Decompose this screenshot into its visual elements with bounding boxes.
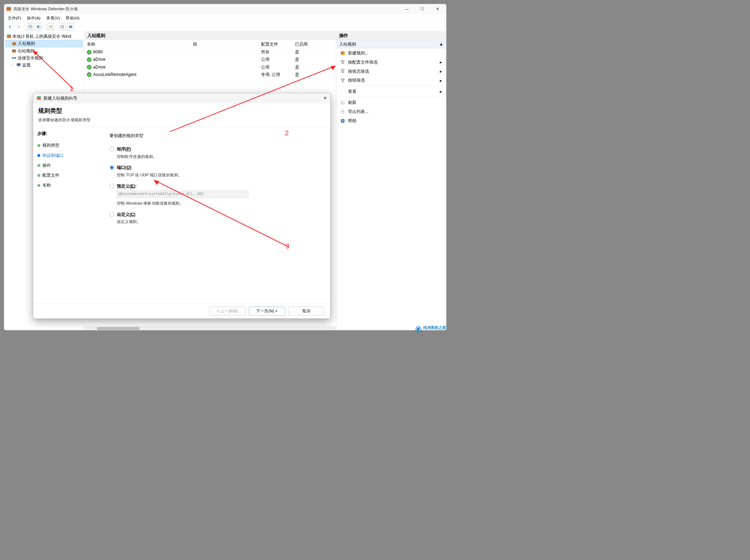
maximize-button[interactable]: ☐ bbox=[418, 5, 427, 13]
svg-rect-3 bbox=[29, 25, 32, 28]
col-name[interactable]: 名称 bbox=[87, 41, 193, 47]
action-help[interactable]: ? 帮助 bbox=[336, 116, 446, 125]
col-group[interactable]: 组 bbox=[193, 41, 261, 47]
svg-marker-24 bbox=[343, 100, 344, 101]
svg-rect-4 bbox=[29, 26, 31, 26]
inbound-icon bbox=[12, 41, 17, 46]
menu-view[interactable]: 查看(V) bbox=[46, 16, 60, 21]
close-button[interactable]: ✕ bbox=[433, 5, 442, 13]
titlebar: 高级安全 Windows Defender 防火墙 — ☐ ✕ bbox=[4, 4, 446, 14]
svg-rect-29 bbox=[37, 97, 41, 100]
toolbar-button-4[interactable] bbox=[59, 23, 66, 30]
action-filter-profile[interactable]: 按配置文件筛选▶ bbox=[336, 58, 446, 67]
tree-inbound-rules[interactable]: 入站规则 bbox=[5, 40, 83, 47]
firewall-icon bbox=[7, 34, 11, 39]
action-export[interactable]: 导出列表... bbox=[336, 107, 446, 116]
filter-icon bbox=[340, 78, 345, 83]
table-row[interactable]: ✓aDrive公用是 bbox=[84, 63, 336, 71]
svg-rect-11 bbox=[7, 35, 11, 38]
wizard-dialog: 新建入站规则向导 ✕ 规则类型 选择要创建的防火墙规则类型 步骤: 规则类型 协… bbox=[33, 93, 331, 319]
menu-help[interactable]: 帮助(H) bbox=[66, 16, 79, 21]
table-row[interactable]: ✓8080所有是 bbox=[84, 48, 336, 56]
filter-icon bbox=[340, 60, 345, 64]
option-port[interactable]: 端口(O) bbox=[110, 165, 322, 170]
allow-icon: ✓ bbox=[87, 57, 91, 62]
toolbar-button-2[interactable] bbox=[35, 23, 42, 30]
wizard-footer: < 上一步(B) 下一页(N) > 取消 bbox=[33, 303, 330, 318]
option-predefined[interactable]: 预定义(E): bbox=[110, 183, 322, 189]
wizard-steps: 步骤: 规则类型 协议和端口 操作 配置文件 名称 bbox=[33, 127, 101, 303]
watermark-logo-icon bbox=[415, 326, 421, 332]
menu-file[interactable]: 文件(F) bbox=[8, 16, 21, 21]
tree-root[interactable]: 本地计算机 上的高级安全 Wind bbox=[5, 33, 83, 40]
new-rule-icon bbox=[340, 51, 345, 55]
annotation-number-2: 2 bbox=[285, 129, 289, 137]
svg-rect-20 bbox=[17, 63, 20, 66]
action-new-rule[interactable]: 新建规则... bbox=[336, 48, 446, 58]
step-action[interactable]: 操作 bbox=[37, 160, 97, 170]
menu-action[interactable]: 操作(A) bbox=[27, 16, 40, 21]
wizard-subheading: 选择要创建的防火墙规则类型 bbox=[38, 117, 325, 123]
actions-group[interactable]: 入站规则 ▲ bbox=[336, 40, 446, 48]
svg-rect-12 bbox=[7, 35, 11, 36]
expander-icon[interactable]: › bbox=[12, 63, 15, 67]
help-icon: ? bbox=[340, 118, 345, 123]
svg-rect-19 bbox=[13, 58, 14, 58]
forward-button[interactable] bbox=[15, 23, 22, 30]
toolbar-button-5[interactable] bbox=[67, 23, 74, 30]
wizard-close-button[interactable]: ✕ bbox=[323, 95, 327, 101]
action-view[interactable]: 查看▶ bbox=[336, 87, 446, 96]
allow-icon: ✓ bbox=[87, 50, 91, 54]
actions-panel: 操作 入站规则 ▲ 新建规则... 按配置文件筛选▶ 按状态筛选▶ 按组筛选▶ bbox=[336, 31, 447, 330]
step-name[interactable]: 名称 bbox=[37, 180, 97, 190]
toolbar bbox=[4, 22, 446, 31]
next-button[interactable]: 下一页(N) > bbox=[249, 307, 285, 316]
svg-rect-21 bbox=[18, 66, 19, 66]
wizard-title: 新建入站规则向导 bbox=[43, 95, 323, 101]
table-row[interactable]: ✓AsusLinkRemoteAgent专用, 公用是 bbox=[84, 71, 336, 78]
option-program[interactable]: 程序(P) bbox=[110, 146, 322, 152]
svg-rect-18 bbox=[14, 57, 16, 59]
option-custom[interactable]: 自定义(C) bbox=[110, 212, 322, 217]
actions-header: 操作 bbox=[336, 31, 446, 40]
watermark: 纯净系统之家 kzmyhome.com bbox=[415, 325, 446, 334]
action-filter-group[interactable]: 按组筛选▶ bbox=[336, 76, 446, 85]
toolbar-button-3[interactable] bbox=[47, 23, 54, 30]
svg-marker-26 bbox=[343, 111, 344, 112]
col-enabled[interactable]: 已启用 bbox=[295, 41, 320, 47]
wizard-question: 要创建的规则类型 bbox=[110, 133, 322, 138]
toolbar-button-1[interactable] bbox=[27, 23, 34, 30]
wizard-titlebar: 新建入站规则向导 ✕ bbox=[33, 93, 330, 104]
step-rule-type[interactable]: 规则类型 bbox=[37, 140, 97, 150]
step-profile[interactable]: 配置文件 bbox=[37, 170, 97, 180]
connection-icon bbox=[12, 55, 16, 60]
svg-rect-2 bbox=[7, 7, 11, 8]
action-filter-state[interactable]: 按状态筛选▶ bbox=[336, 67, 446, 76]
back-button[interactable]: < 上一步(B) bbox=[209, 307, 246, 316]
step-protocol-port[interactable]: 协议和端口 bbox=[37, 151, 97, 160]
col-profile[interactable]: 配置文件 bbox=[261, 41, 295, 47]
menubar: 文件(F) 操作(A) 查看(V) 帮助(H) bbox=[4, 14, 446, 22]
wizard-main: 要创建的规则类型 程序(P) 控制程序连接的规则。 端口(O) 控制 TCP 或… bbox=[101, 127, 330, 303]
predefined-dropdown[interactable]: @%systemroot%\system32\provsvc.dll,-202 bbox=[117, 191, 249, 198]
wizard-heading: 规则类型 bbox=[38, 107, 325, 115]
wizard-header: 规则类型 选择要创建的防火墙规则类型 bbox=[33, 104, 330, 127]
tree-monitor[interactable]: › 监视 bbox=[5, 61, 83, 69]
table-row[interactable]: ✓aDrive公用是 bbox=[84, 56, 336, 63]
collapse-icon: ▲ bbox=[439, 42, 443, 47]
back-button[interactable] bbox=[7, 23, 14, 30]
minimize-button[interactable]: — bbox=[402, 5, 411, 13]
allow-icon: ✓ bbox=[87, 72, 91, 77]
export-icon bbox=[340, 109, 345, 114]
svg-rect-6 bbox=[39, 25, 41, 28]
svg-text:?: ? bbox=[342, 119, 343, 123]
allow-icon: ✓ bbox=[87, 65, 91, 69]
horizontal-scrollbar[interactable] bbox=[84, 326, 336, 330]
annotation-number-1: 1 bbox=[70, 84, 73, 92]
refresh-icon bbox=[340, 100, 345, 105]
action-refresh[interactable]: 刷新 bbox=[336, 98, 446, 107]
tree-outbound-rules[interactable]: 出站规则 bbox=[5, 47, 83, 54]
window-title: 高级安全 Windows Defender 防火墙 bbox=[13, 6, 402, 12]
tree-connection-security[interactable]: 连接安全规则 bbox=[5, 54, 83, 61]
cancel-button[interactable]: 取消 bbox=[288, 307, 324, 316]
